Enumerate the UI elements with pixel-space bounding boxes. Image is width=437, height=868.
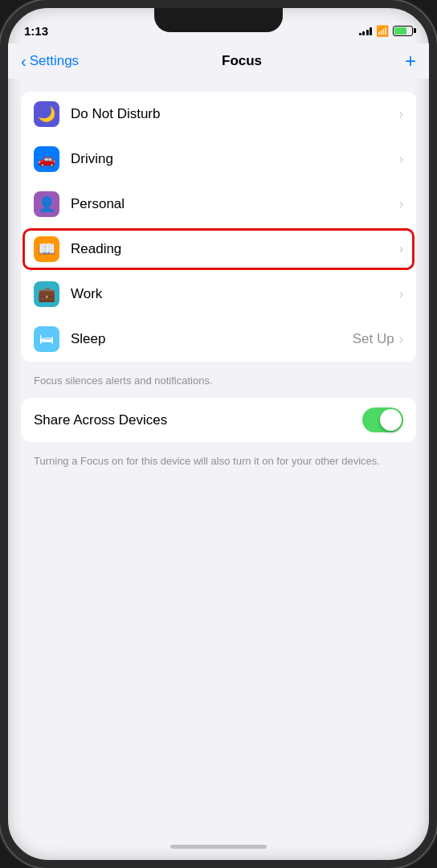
reading-label: Reading <box>71 241 399 257</box>
work-icon: 💼 <box>34 281 59 307</box>
wifi-icon: 📶 <box>376 25 389 37</box>
home-indicator <box>8 833 429 860</box>
share-toggle-item[interactable]: Share Across Devices <box>21 398 416 442</box>
do-not-disturb-label: Do Not Disturb <box>71 106 399 122</box>
chevron-icon: › <box>399 107 403 121</box>
battery-icon <box>393 26 413 36</box>
chevron-icon: › <box>399 242 403 256</box>
reading-icon: 📖 <box>34 236 59 262</box>
focus-item-sleep[interactable]: 🛏 Sleep Set Up › <box>21 317 416 362</box>
status-time: 1:13 <box>24 24 48 38</box>
sleep-action: Set Up <box>353 331 394 347</box>
sleep-icon: 🛏 <box>34 326 59 352</box>
focus-item-do-not-disturb[interactable]: 🌙 Do Not Disturb › <box>21 92 416 137</box>
toggle-knob <box>380 409 402 431</box>
focus-list: 🌙 Do Not Disturb › 🚗 Driving › 👤 Persona… <box>21 92 416 362</box>
chevron-icon: › <box>399 287 403 301</box>
status-icons: 📶 <box>359 25 414 37</box>
driving-icon: 🚗 <box>34 146 59 172</box>
personal-icon: 👤 <box>34 191 59 217</box>
do-not-disturb-icon: 🌙 <box>34 101 59 127</box>
sleep-label: Sleep <box>71 331 353 347</box>
share-label: Share Across Devices <box>34 412 362 428</box>
chevron-icon: › <box>399 332 403 346</box>
back-chevron-icon: ‹ <box>21 53 27 69</box>
work-label: Work <box>71 286 399 302</box>
back-label: Settings <box>30 53 79 69</box>
page-title: Focus <box>222 53 262 69</box>
focus-item-personal[interactable]: 👤 Personal › <box>21 182 416 227</box>
add-button[interactable]: + <box>405 51 416 71</box>
personal-label: Personal <box>71 196 399 212</box>
focus-item-work[interactable]: 💼 Work › <box>21 272 416 317</box>
focus-section-note: Focus silences alerts and notifications. <box>21 368 416 398</box>
chevron-icon: › <box>399 197 403 211</box>
share-toggle[interactable] <box>362 407 403 432</box>
focus-item-reading[interactable]: 📖 Reading › <box>21 227 416 272</box>
signal-icon <box>359 26 373 35</box>
driving-label: Driving <box>71 151 399 167</box>
focus-item-driving[interactable]: 🚗 Driving › <box>21 137 416 182</box>
notch <box>154 8 283 32</box>
chevron-icon: › <box>399 152 403 166</box>
back-button[interactable]: ‹ Settings <box>21 53 79 69</box>
home-bar <box>170 845 267 849</box>
nav-bar: ‹ Settings Focus + <box>8 43 429 79</box>
share-note: Turning a Focus on for this device will … <box>21 448 416 478</box>
share-section: Share Across Devices <box>21 398 416 442</box>
phone-frame: 1:13 📶 ‹ Settings Focus + <box>0 0 437 868</box>
content-area: 🌙 Do Not Disturb › 🚗 Driving › 👤 Persona… <box>8 79 429 833</box>
